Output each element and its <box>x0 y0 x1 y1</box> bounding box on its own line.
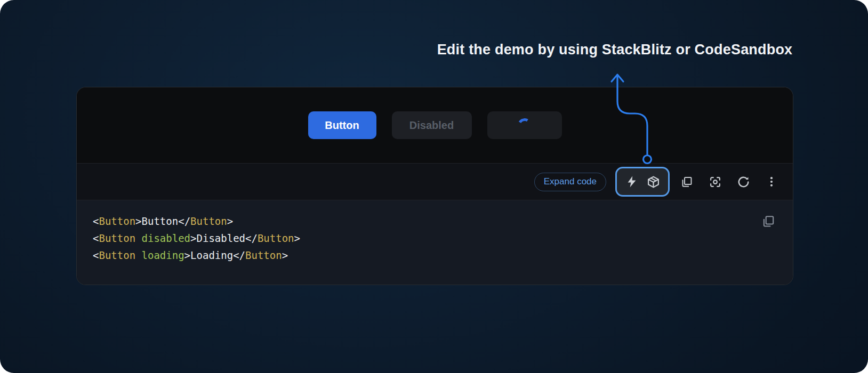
expand-code-button[interactable]: Expand code <box>534 173 606 191</box>
preview-focus-icon[interactable] <box>708 174 722 189</box>
more-vertical-icon[interactable] <box>764 174 779 189</box>
code-copy-icon[interactable] <box>761 214 776 229</box>
loading-spinner-icon <box>516 117 533 134</box>
code-line: <Button disabled>Disabled</Button> <box>93 230 793 247</box>
code-line: <Button loading>Loading</Button> <box>93 247 793 264</box>
code-block: <Button>Button</Button><Button disabled>… <box>77 200 793 285</box>
page-background: Edit the demo by using StackBlitz or Cod… <box>0 0 868 373</box>
annotation-text: Edit the demo by using StackBlitz or Cod… <box>437 42 793 58</box>
stackblitz-icon[interactable] <box>624 174 639 189</box>
code-lines: <Button>Button</Button><Button disabled>… <box>93 213 793 264</box>
code-line: <Button>Button</Button> <box>93 213 793 230</box>
edit-online-group <box>615 167 670 197</box>
refresh-icon[interactable] <box>736 174 751 189</box>
codesandbox-icon[interactable] <box>646 174 661 189</box>
demo-toolbar: Expand code <box>77 163 793 200</box>
primary-button[interactable]: Button <box>308 111 376 139</box>
toolbar-action-icons <box>679 174 779 189</box>
demo-preview-area: Button Disabled <box>77 87 793 163</box>
disabled-button[interactable]: Disabled <box>392 111 472 139</box>
copy-icon[interactable] <box>679 174 694 189</box>
loading-button[interactable] <box>487 111 562 139</box>
demo-card: Button Disabled Expand code <box>76 87 793 285</box>
